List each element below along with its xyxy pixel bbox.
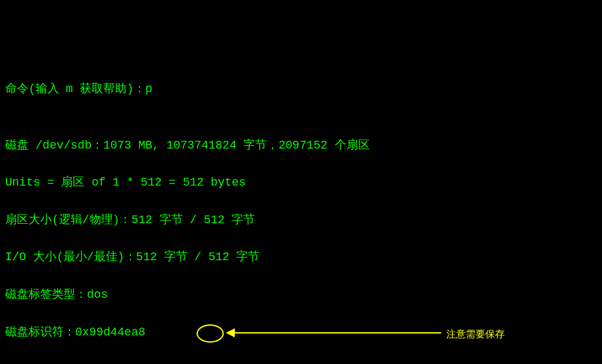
disk-info-sector-size: 扇区大小(逻辑/物理)：512 字节 / 512 字节	[5, 211, 597, 230]
fdisk-prompt-p: 命令(输入 m 获取帮助)：p	[5, 80, 597, 99]
disk-info-label-type: 磁盘标签类型：dos	[5, 285, 597, 304]
disk-info-units: Units = 扇区 of 1 * 512 = 512 bytes	[5, 173, 597, 192]
disk-info-io-size: I/O 大小(最小/最佳)：512 字节 / 512 字节	[5, 248, 597, 267]
disk-info-identifier: 磁盘标识符：0x99d44ea8	[5, 323, 597, 342]
annotation-text: 注意需要保存	[446, 326, 505, 342]
disk-info-size: 磁盘 /dev/sdb：1073 MB, 1073741824 字节，20971…	[5, 136, 597, 155]
